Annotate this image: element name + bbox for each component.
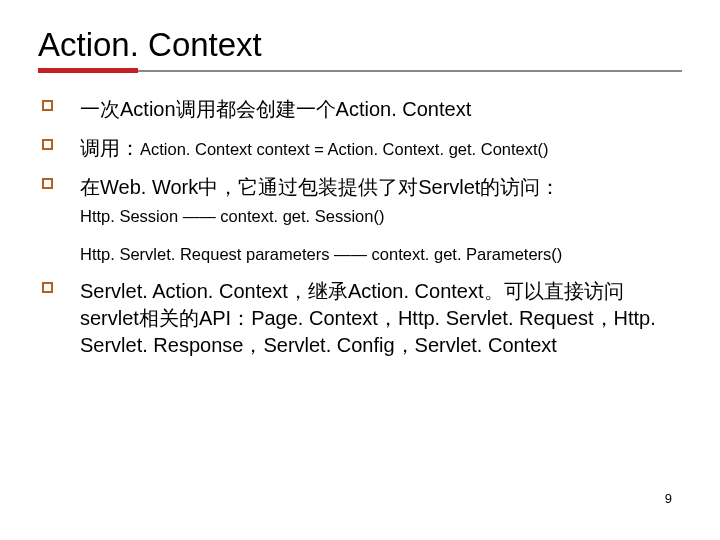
bullet-3-sub2: Http. Servlet. Request parameters —— con… xyxy=(80,243,682,265)
underline-red xyxy=(38,68,138,73)
slide-title: Action. Context xyxy=(38,26,682,64)
bullet-item-3: 在Web. Work中，它通过包装提供了对Servlet的访问： Http. S… xyxy=(38,174,682,266)
bullet-2-prefix: 调用： xyxy=(80,137,140,159)
bullet-3-text: 在Web. Work中，它通过包装提供了对Servlet的访问： xyxy=(80,174,682,201)
title-underline xyxy=(38,68,682,74)
bullet-2-code: Action. Context context = Action. Contex… xyxy=(140,140,549,158)
bullet-item-4: Servlet. Action. Context，继承Action. Conte… xyxy=(38,278,682,359)
bullet-3-sub1: Http. Session —— context. get. Session() xyxy=(80,205,682,227)
bullet-2-text: 调用：Action. Context context = Action. Con… xyxy=(80,137,549,159)
page-number: 9 xyxy=(665,491,672,506)
bullet-item-2: 调用：Action. Context context = Action. Con… xyxy=(38,135,682,162)
square-bullet-icon xyxy=(42,178,53,189)
bullet-item-1: 一次Action调用都会创建一个Action. Context xyxy=(38,96,682,123)
square-bullet-icon xyxy=(42,139,53,150)
square-bullet-icon xyxy=(42,282,53,293)
square-bullet-icon xyxy=(42,100,53,111)
bullet-1-text: 一次Action调用都会创建一个Action. Context xyxy=(80,98,471,120)
bullet-list: 一次Action调用都会创建一个Action. Context 调用：Actio… xyxy=(38,96,682,359)
bullet-4-text: Servlet. Action. Context，继承Action. Conte… xyxy=(80,280,656,356)
